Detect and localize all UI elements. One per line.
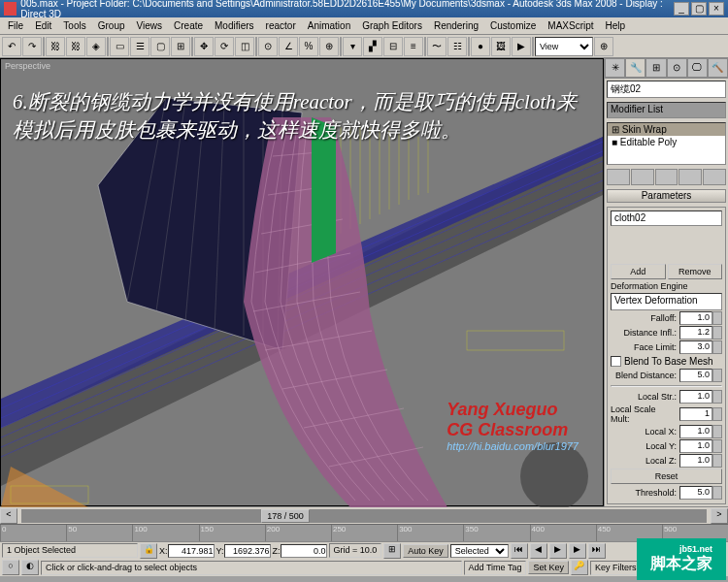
motion-tab[interactable]: ⊙: [667, 58, 687, 78]
x-coord[interactable]: [168, 544, 215, 558]
render-button[interactable]: ▶: [512, 37, 531, 56]
menu-reactor[interactable]: reactor: [260, 20, 302, 31]
remove-button[interactable]: Remove: [668, 264, 723, 279]
menu-help[interactable]: Help: [600, 20, 632, 31]
distance-spinner[interactable]: 1.2: [679, 326, 712, 340]
keymode-select[interactable]: Selected: [450, 544, 509, 558]
blend-checkbox[interactable]: Blend To Base Mesh: [611, 356, 722, 367]
falloff-spinner[interactable]: 1.0: [679, 311, 712, 325]
z-coord[interactable]: [281, 544, 327, 558]
material-button[interactable]: ●: [471, 37, 490, 56]
pin-stack-button[interactable]: [607, 169, 630, 185]
utilities-tab[interactable]: 🔨: [708, 58, 728, 78]
svg-marker-27: [1, 467, 88, 507]
rotate-button[interactable]: ⟳: [215, 37, 234, 56]
close-button[interactable]: ×: [709, 2, 724, 16]
center-button[interactable]: ⊕: [594, 37, 613, 56]
time-slider[interactable]: < 178 / 500 >: [0, 506, 728, 524]
unlink-button[interactable]: ⛓: [66, 37, 85, 56]
select-name-button[interactable]: ☰: [130, 37, 149, 56]
track-bar[interactable]: 050 100150 200250 300350 400450 500: [0, 524, 728, 541]
localx-spinner[interactable]: 1.0: [679, 425, 712, 438]
menu-grapheditors[interactable]: Graph Editors: [356, 20, 428, 31]
menu-modifiers[interactable]: Modifiers: [209, 20, 260, 31]
cloth-object-field[interactable]: cloth02: [611, 210, 722, 226]
modify-tab[interactable]: 🔧: [625, 58, 645, 78]
select-region-button[interactable]: ▢: [150, 37, 170, 56]
mirror-button[interactable]: ▞: [363, 37, 382, 56]
undo-button[interactable]: ↶: [2, 37, 21, 56]
unique-button[interactable]: [655, 169, 678, 185]
schematic-button[interactable]: ☷: [447, 37, 467, 56]
window-crossing-button[interactable]: ⊞: [171, 37, 190, 56]
menu-edit[interactable]: Edit: [29, 20, 57, 31]
render-scene-button[interactable]: 🖼: [491, 37, 511, 56]
add-button[interactable]: Add: [611, 264, 666, 279]
menu-group[interactable]: Group: [92, 20, 131, 31]
y-coord[interactable]: [224, 544, 271, 558]
autokey-button[interactable]: Auto Key: [403, 544, 448, 558]
menu-views[interactable]: Views: [131, 20, 169, 31]
time-config-button[interactable]: <: [0, 508, 17, 524]
parameters-rollout[interactable]: Parameters: [607, 189, 726, 203]
menu-animation[interactable]: Animation: [302, 20, 356, 31]
next-frame[interactable]: ▶: [569, 543, 586, 559]
time-tag[interactable]: Add Time Tag: [464, 561, 527, 575]
curve-editor-button[interactable]: 〜: [427, 37, 447, 56]
mod-editablepoly[interactable]: ■ Editable Poly: [608, 136, 725, 148]
spinner-snap-button[interactable]: ⊕: [319, 37, 339, 56]
setkey-button[interactable]: Set Key: [528, 561, 569, 574]
localstr-spinner[interactable]: 1.0: [679, 390, 712, 404]
play-button[interactable]: ▶: [549, 543, 567, 559]
lock-button[interactable]: 🔒: [140, 543, 157, 559]
grid-status: Grid = 10.0: [329, 543, 382, 558]
menu-file[interactable]: File: [2, 20, 29, 31]
named-sel-button[interactable]: ▾: [343, 37, 362, 56]
link-button[interactable]: ⛓: [46, 37, 65, 56]
frame-thumb[interactable]: 178 / 500: [261, 509, 310, 523]
threshold-spinner[interactable]: 5.0: [679, 486, 712, 500]
localy-spinner[interactable]: 1.0: [679, 439, 712, 453]
redo-button[interactable]: ↷: [22, 37, 42, 56]
facelimit-spinner[interactable]: 3.0: [679, 340, 712, 354]
menu-maxscript[interactable]: MAXScript: [542, 20, 599, 31]
percent-snap-button[interactable]: %: [299, 37, 318, 56]
menu-tools[interactable]: Tools: [57, 20, 91, 31]
bind-button[interactable]: ◈: [86, 37, 106, 56]
select-button[interactable]: ▭: [110, 37, 129, 56]
modifier-stack[interactable]: ⊞ Skin Wrap ■ Editable Poly: [607, 122, 726, 166]
create-tab[interactable]: ✳: [605, 58, 625, 78]
scale-button[interactable]: ◫: [235, 37, 254, 56]
configure-button[interactable]: [703, 169, 726, 185]
object-name-field[interactable]: 钢缆02: [607, 81, 726, 98]
angle-snap-button[interactable]: ∠: [279, 37, 298, 56]
deform-engine-dropdown[interactable]: Vertex Deformation: [611, 293, 722, 310]
annotation-text: 6.断裂的钢缆动力学并没有使用reactor，而是取巧的使用cloth来模拟后用…: [13, 88, 591, 146]
menu-rendering[interactable]: Rendering: [428, 20, 484, 31]
localmult-spinner[interactable]: 1: [679, 407, 712, 421]
menu-customize[interactable]: Customize: [484, 20, 542, 31]
mod-skinwrap[interactable]: ⊞ Skin Wrap: [608, 123, 725, 136]
blenddist-spinner[interactable]: 5.0: [679, 369, 712, 382]
svg-rect-29: [467, 331, 564, 350]
maximize-button[interactable]: ▢: [691, 2, 707, 16]
modifier-list-dropdown[interactable]: Modifier List: [607, 102, 726, 118]
localz-spinner[interactable]: 1.0: [679, 454, 712, 468]
reset-button[interactable]: Reset: [611, 469, 722, 484]
show-result-button[interactable]: [631, 169, 654, 185]
remove-mod-button[interactable]: [678, 169, 702, 185]
goto-start[interactable]: ⏮: [511, 543, 528, 559]
viewport[interactable]: Perspective 6.断裂的钢缆动力学并没有使用reactor，而是取巧的…: [0, 58, 604, 506]
minimize-button[interactable]: _: [674, 2, 689, 16]
move-button[interactable]: ✥: [194, 37, 214, 56]
reference-coord[interactable]: View: [535, 37, 593, 56]
layers-button[interactable]: ≡: [404, 37, 423, 56]
hierarchy-tab[interactable]: ⊞: [645, 58, 666, 78]
display-tab[interactable]: 🖵: [687, 58, 708, 78]
prev-frame[interactable]: ◀: [530, 543, 547, 559]
align-button[interactable]: ⊟: [383, 37, 403, 56]
key-button[interactable]: 🔑: [571, 560, 588, 575]
snap-button[interactable]: ⊙: [258, 37, 278, 56]
menu-create[interactable]: Create: [168, 20, 209, 31]
goto-end[interactable]: ⏭: [588, 543, 606, 559]
